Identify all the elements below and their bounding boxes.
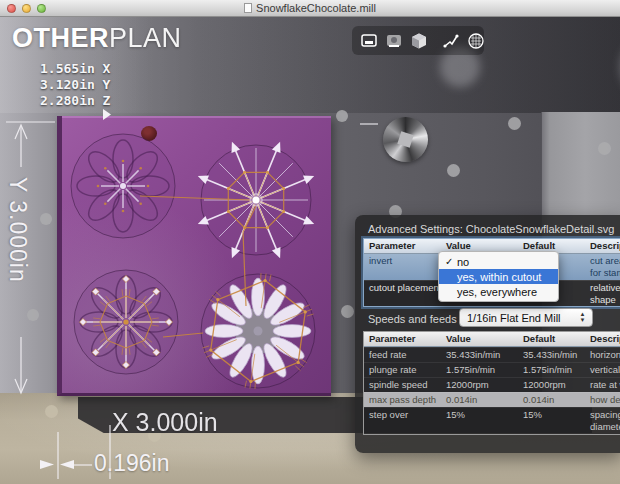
table-row-spindle-speed[interactable]: spindle speed 12000rpm 12000rpm rate at …	[364, 377, 620, 392]
close-button[interactable]	[7, 4, 16, 13]
checkmark-icon: ✓	[445, 256, 457, 267]
cube-3d-icon[interactable]	[410, 32, 428, 50]
screen-view-icon[interactable]	[360, 32, 378, 50]
col-header-value: Value	[441, 332, 518, 346]
tool-select-value: 1/16in Flat End Mill	[467, 312, 561, 324]
mill-view-icon[interactable]	[385, 32, 403, 50]
feeds-table: Parameter Value Default Description feed…	[363, 331, 620, 435]
bed-hole	[508, 117, 521, 130]
menu-item-yes-within-cutout[interactable]: yes, within cutout	[439, 269, 558, 284]
view-toolbar	[352, 26, 484, 55]
stepper-arrows-icon: ▲▼	[576, 311, 589, 324]
table-row-feed-rate[interactable]: feed rate 35.433in/min 35.433in/min hori…	[364, 347, 620, 362]
tool-select[interactable]: 1/16in Flat End Mill ▲▼	[459, 308, 593, 327]
spindle-pulley	[383, 117, 428, 162]
zoom-button[interactable]	[37, 4, 46, 13]
dimension-offset-label: 0.196in	[94, 450, 169, 477]
col-header-parameter: Parameter	[364, 332, 441, 346]
bed-hole	[40, 213, 52, 225]
readout-y: 3.120in Y	[40, 77, 110, 93]
bed-hole	[45, 405, 58, 418]
cell-parameter: invert	[364, 254, 441, 280]
cell-description: relative tshape	[585, 281, 620, 307]
bed-hole	[341, 305, 354, 318]
toolpath-preview	[57, 116, 331, 396]
table-row-max-pass-depth[interactable]: max pass depth 0.014in 0.014in how dee	[364, 392, 620, 407]
endmill-material-icon[interactable]	[467, 32, 485, 50]
table-row-plunge-rate[interactable]: plunge rate 1.575in/min 1.575in/min vert…	[364, 362, 620, 377]
cell-parameter: cutout placement	[364, 281, 441, 307]
window-title-area: SnowflakeChocolate.mill	[0, 2, 620, 14]
readout-x: 1.565in X	[40, 61, 110, 77]
panel-title: Advanced Settings: ChocolateSnowflakeDet…	[368, 223, 614, 235]
minimize-button[interactable]	[22, 4, 31, 13]
bed-hole	[27, 309, 39, 321]
col-header-parameter: Parameter	[364, 239, 441, 253]
app-logo: OTHERPLAN	[12, 23, 182, 54]
table-header-row: Parameter Value Default Description	[364, 332, 620, 347]
titlebar: SnowflakeChocolate.mill	[0, 0, 620, 17]
menu-item-no[interactable]: ✓no	[439, 254, 558, 269]
bed-hole	[447, 164, 460, 177]
traffic-lights	[7, 4, 46, 13]
menu-item-yes-everywhere[interactable]: yes, everywhere	[439, 284, 558, 299]
col-header-description: Description	[585, 332, 620, 346]
dimension-y-label: Y 3.000in	[4, 177, 31, 283]
app-window: SnowflakeChocolate.mill OTHERPLAN	[0, 0, 620, 484]
document-icon	[244, 3, 252, 13]
logo-light: PLAN	[109, 23, 182, 53]
toolpath-probe-icon[interactable]	[442, 32, 460, 50]
dimension-x-label: X 3.000in	[112, 408, 218, 437]
cell-description: cut areafor stam	[585, 254, 620, 280]
window-title: SnowflakeChocolate.mill	[256, 2, 376, 14]
col-header-description: Description	[585, 239, 620, 253]
machine-viewport[interactable]: OTHERPLAN	[0, 17, 620, 484]
table-row-step-over[interactable]: step over 15% 15% spacingdiamete	[364, 407, 620, 434]
position-readout: 1.565in X3.120in Y2.280in Z	[40, 61, 110, 109]
cell-description: spacingdiamete	[585, 408, 620, 434]
bed-hole	[598, 142, 611, 155]
invert-dropdown-menu: ✓no yes, within cutout yes, everywhere	[438, 251, 559, 302]
col-header-default: Default	[518, 332, 585, 346]
bed-hole	[336, 110, 348, 122]
readout-z: 2.280in Z	[40, 93, 110, 109]
logo-bold: OTHER	[12, 23, 109, 53]
